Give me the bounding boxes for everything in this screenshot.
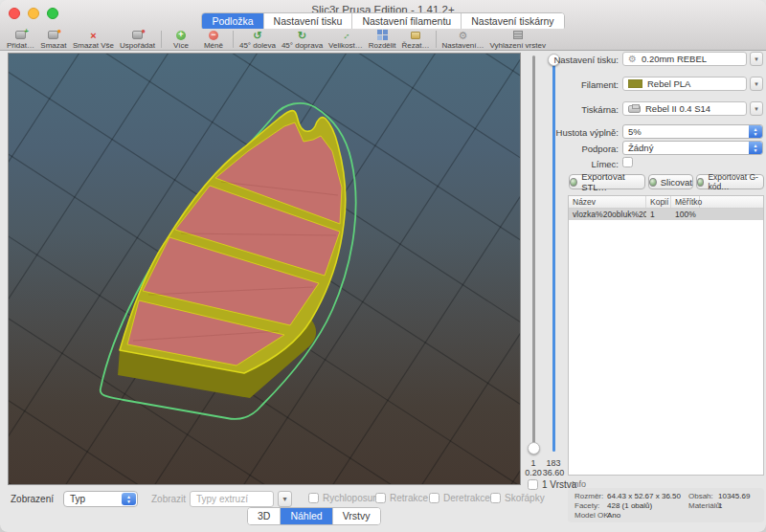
layer-smoothing-icon: [513, 31, 523, 39]
retractions-checkbox[interactable]: Retrakce: [375, 493, 428, 503]
table-row[interactable]: vlozka%20obluk%204.stl 1 100%: [569, 209, 763, 220]
scale-button[interactable]: ↔ Velikost…: [326, 30, 366, 50]
titlebar: Slic3r Prusa Edition - 1.41.2+ Podložka …: [0, 0, 766, 29]
delete-all-icon: ×: [90, 31, 96, 40]
select-stepper-icon: ▲▼: [122, 493, 136, 505]
volume-label: Obsah:: [688, 492, 713, 500]
select-arrows-icon: ▲▼: [749, 125, 762, 138]
layer-slider-min[interactable]: [532, 55, 535, 452]
display-select[interactable]: Typ ▲▼: [63, 491, 138, 507]
3d-viewport[interactable]: [8, 53, 521, 485]
settings-icon: ⚙: [459, 31, 468, 40]
print-settings-combo[interactable]: ⚙ 0.20mm REBEL: [622, 52, 747, 66]
rotate-left-icon: ↺: [253, 31, 261, 40]
slice-button[interactable]: Slicovat: [648, 174, 693, 189]
tab-print-settings[interactable]: Nastavení tisku: [264, 13, 353, 30]
infill-label: Hustota výplně:: [523, 127, 619, 138]
gear-icon: ⚙: [628, 55, 637, 64]
layer-max-height: 36.60: [539, 468, 568, 477]
toolbar-separator: [161, 31, 162, 48]
export-gcode-button[interactable]: Exportovat G-kód…: [696, 174, 764, 189]
cut-button[interactable]: Řezat…: [399, 30, 433, 50]
facets-value: 428 (1 obalů): [607, 501, 652, 510]
brim-checkbox[interactable]: [622, 157, 633, 167]
view-switch: 3D Náhled Vrstvy: [247, 507, 381, 525]
printer-icon: [628, 105, 641, 113]
size-value: 64.43 x 52.67 x 36.50: [607, 492, 681, 500]
checkbox-box[interactable]: [308, 493, 319, 503]
column-header-scale[interactable]: Měřítko: [671, 196, 700, 208]
filament-dropdown-button[interactable]: ▾: [750, 77, 763, 91]
layer-smoothing-button[interactable]: Vyhlazení vrstev: [487, 30, 549, 50]
delete-all-button[interactable]: × Smazat Vše: [70, 30, 117, 50]
printer-combo[interactable]: Rebel II 0.4 S14: [622, 101, 747, 116]
objects-table-header: Název Kopií Měřítko: [569, 196, 763, 209]
more-copies-icon: +: [176, 31, 186, 40]
settings-button[interactable]: ⚙ Nastavení…: [439, 30, 487, 50]
toolbar: + Přidat… ● Smazat × Smazat Vše ● Uspořá…: [0, 29, 766, 51]
slice-icon: [649, 178, 657, 187]
info-panel: Rozměr: 64.43 x 52.67 x 36.50 Obsah: 103…: [568, 488, 764, 522]
layer-max-value: 183: [539, 458, 568, 468]
size-label: Rozměr:: [574, 492, 603, 500]
tab-plater[interactable]: Podložka: [202, 13, 263, 30]
tab-printer-settings[interactable]: Nastavení tiskárny: [462, 13, 563, 30]
arrange-button[interactable]: ● Uspořádat: [117, 30, 158, 50]
print-settings-dropdown-button[interactable]: ▾: [750, 52, 763, 66]
cell-scale: 100%: [671, 209, 700, 220]
travel-checkbox[interactable]: Rychloposun: [308, 493, 378, 503]
view-3d-button[interactable]: 3D: [248, 508, 281, 524]
unretractions-checkbox[interactable]: Deretrakce: [429, 493, 490, 503]
rotate-left-button[interactable]: ↺ 45° doleva: [237, 30, 279, 50]
tab-filament-settings[interactable]: Nastavení filamentu: [352, 13, 462, 30]
extrusion-types-combo[interactable]: Typy extruzí: [190, 491, 274, 507]
support-label: Podpora:: [523, 144, 619, 154]
arrange-icon: ●: [132, 31, 143, 39]
cut-icon: [411, 32, 420, 39]
checkbox-box[interactable]: [528, 479, 538, 490]
export-stl-button[interactable]: Exportovat STL…: [569, 174, 645, 189]
objects-table: Název Kopií Měřítko vlozka%20obluk%204.s…: [568, 195, 764, 476]
delete-button[interactable]: ● Smazat: [37, 30, 70, 50]
split-icon: [377, 30, 382, 34]
column-header-name[interactable]: Název: [569, 196, 646, 208]
checkbox-box[interactable]: [490, 493, 501, 503]
add-button[interactable]: + Přidat…: [4, 30, 37, 50]
materials-label: Materiálů:: [688, 501, 722, 510]
brim-label: Límec:: [523, 159, 619, 169]
delete-object-icon: ●: [48, 31, 58, 39]
support-select[interactable]: Žádný ▲▼: [622, 141, 763, 155]
materials-value: 1: [718, 501, 722, 510]
toolbar-separator: [436, 31, 437, 48]
rotate-right-icon: ↻: [298, 31, 306, 40]
rotate-right-button[interactable]: ↻ 45° doprava: [279, 30, 326, 50]
toolbar-separator: [233, 31, 234, 48]
cell-object-name: vlozka%20obluk%204.stl: [569, 209, 646, 220]
checkbox-box[interactable]: [375, 493, 386, 503]
add-object-icon: +: [15, 31, 26, 39]
shells-checkbox[interactable]: Skořápky: [490, 493, 545, 503]
cell-copies: 1: [646, 209, 671, 220]
export-stl-icon: [570, 178, 577, 187]
extrusion-types-dropdown-button[interactable]: ▾: [278, 491, 292, 507]
filament-color-swatch: [628, 79, 642, 88]
display-label: Zobrazení: [11, 494, 54, 504]
split-button[interactable]: Rozdělit: [366, 30, 399, 50]
more-copies-button[interactable]: + Více: [165, 30, 197, 50]
filament-combo[interactable]: Rebel PLA: [622, 77, 747, 91]
show-label: Zobrazit: [151, 494, 186, 504]
checkbox-box[interactable]: [429, 493, 439, 503]
view-preview-button[interactable]: Náhled: [281, 508, 332, 524]
printer-dropdown-button[interactable]: ▾: [750, 101, 763, 116]
print-settings-label: Nastavení tisku:: [523, 55, 619, 65]
select-arrows-icon: ▲▼: [749, 142, 762, 154]
view-layers-button[interactable]: Vrstvy: [333, 508, 380, 524]
volume-value: 10345.69: [718, 492, 750, 500]
layer-slider-max[interactable]: [552, 55, 555, 452]
infill-select[interactable]: 5% ▲▼: [622, 124, 763, 139]
scale-icon: ↔: [339, 28, 352, 41]
build-plate-grid: [9, 54, 520, 484]
fewer-copies-button[interactable]: − Méně: [197, 30, 230, 50]
column-header-copies[interactable]: Kopií: [646, 196, 671, 208]
layer-slider-min-knob[interactable]: [528, 442, 540, 454]
